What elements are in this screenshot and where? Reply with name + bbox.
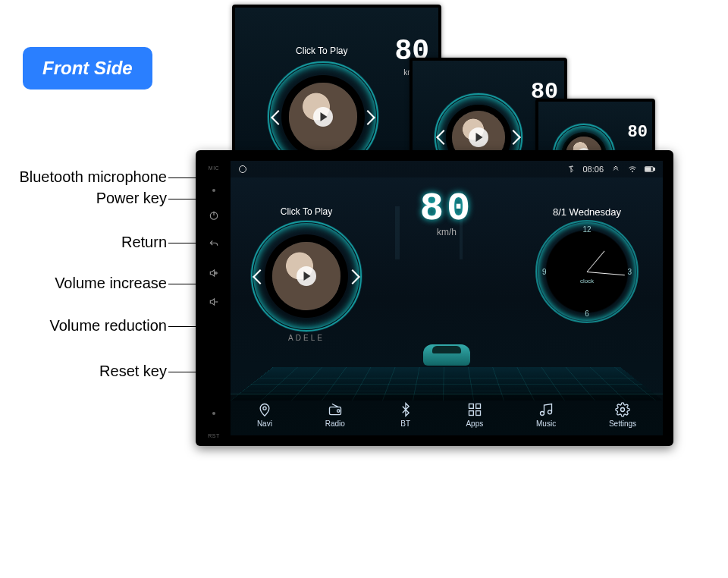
- nav-music[interactable]: Music: [536, 402, 556, 428]
- hour-hand: [587, 251, 605, 272]
- svg-point-6: [632, 171, 633, 172]
- touchscreen[interactable]: 08:06 80 km/h Click To Play ADELE 8: [231, 161, 663, 435]
- app-dock: Navi Radio BT Apps Music Settings: [231, 394, 663, 435]
- minute-hand: [587, 272, 625, 275]
- wifi-icon: [628, 165, 637, 174]
- svg-point-19: [548, 410, 552, 414]
- previous-icon[interactable]: [253, 269, 268, 284]
- svg-point-20: [621, 408, 625, 412]
- album-ring: [252, 221, 361, 331]
- svg-rect-14: [469, 404, 473, 409]
- svg-point-18: [541, 412, 544, 416]
- next-icon[interactable]: [360, 110, 375, 125]
- nav-navi[interactable]: Navi: [257, 402, 272, 428]
- speed-value: 80: [420, 187, 473, 231]
- clock-6: 6: [585, 309, 589, 318]
- previous-icon[interactable]: [436, 130, 451, 145]
- status-time: 08:06: [582, 165, 604, 174]
- nav-label: Navi: [257, 419, 272, 428]
- analog-clock: 12 3 6 9 clock: [538, 222, 636, 321]
- mic-label: MIC: [209, 165, 219, 171]
- power-button[interactable]: [208, 210, 220, 221]
- play-icon[interactable]: [297, 266, 316, 286]
- front-side-badge: Front Side: [23, 47, 152, 90]
- nav-label: Settings: [609, 419, 636, 428]
- map-pin-icon: [257, 402, 272, 417]
- chevron-up-icon: [611, 165, 620, 174]
- svg-rect-15: [475, 404, 480, 409]
- volume-down-button[interactable]: [208, 297, 220, 307]
- clock-12: 12: [582, 225, 591, 234]
- apps-grid-icon: [467, 402, 482, 417]
- svg-rect-8: [654, 168, 655, 170]
- reset-hole[interactable]: [212, 412, 215, 415]
- label-bluetooth-mic: Bluetooth microphone: [19, 168, 167, 186]
- return-button[interactable]: [208, 239, 220, 250]
- svg-rect-17: [475, 411, 480, 416]
- clock-center-label: clock: [580, 278, 594, 284]
- label-return: Return: [121, 234, 167, 251]
- radio-icon: [328, 402, 343, 417]
- album-artist: ADELE: [246, 334, 367, 342]
- click-to-play-label: Click To Play: [246, 206, 367, 217]
- svg-rect-16: [469, 411, 473, 416]
- label-reset-key: Reset key: [99, 363, 167, 380]
- microphone-hole: [212, 189, 215, 192]
- nav-apps[interactable]: Apps: [466, 402, 483, 428]
- car-graphic: [420, 340, 473, 366]
- label-volume-increase: Volume increase: [55, 275, 167, 292]
- label-power-key: Power key: [96, 190, 167, 207]
- play-icon[interactable]: [469, 127, 488, 147]
- nav-settings[interactable]: Settings: [609, 402, 636, 428]
- volume-down-icon: [209, 297, 219, 307]
- battery-icon: [645, 165, 655, 173]
- clock-widget[interactable]: 8/1 Wednesday 12 3 6 9 clock: [526, 206, 648, 321]
- svg-point-10: [263, 407, 266, 410]
- play-icon[interactable]: [313, 107, 333, 127]
- svg-rect-9: [646, 168, 651, 171]
- svg-point-13: [337, 410, 339, 412]
- label-volume-reduction: Volume reduction: [49, 317, 167, 335]
- speed-value: 80: [628, 123, 648, 142]
- previous-icon[interactable]: [271, 110, 286, 125]
- car-head-unit: MIC RST 08:06: [196, 150, 673, 446]
- svg-point-5: [240, 166, 246, 173]
- speedometer: 80 km/h: [420, 187, 473, 237]
- volume-up-button[interactable]: [208, 268, 220, 278]
- bluetooth-icon: [398, 402, 413, 417]
- android-status-bar: 08:06: [231, 161, 663, 177]
- power-icon: [209, 210, 219, 221]
- nav-label: Radio: [325, 419, 345, 428]
- next-icon[interactable]: [345, 269, 360, 284]
- hardware-button-strip: MIC RST: [202, 158, 226, 438]
- circle-icon[interactable]: [238, 165, 247, 174]
- nav-radio[interactable]: Radio: [325, 402, 345, 428]
- music-widget[interactable]: Click To Play ADELE: [246, 206, 367, 342]
- gear-icon: [615, 402, 630, 417]
- bluetooth-icon: [567, 165, 575, 173]
- date-label: 8/1 Wednesday: [526, 206, 648, 218]
- click-to-play-label: Click To Play: [296, 46, 347, 56]
- return-icon: [209, 239, 219, 250]
- rst-label: RST: [208, 433, 220, 438]
- music-note-icon: [538, 402, 554, 417]
- next-icon[interactable]: [506, 130, 521, 145]
- clock-3: 3: [627, 268, 632, 276]
- nav-label: BT: [400, 419, 410, 428]
- volume-up-icon: [209, 268, 219, 278]
- nav-label: Music: [536, 419, 556, 428]
- nav-bluetooth[interactable]: BT: [398, 402, 413, 428]
- nav-label: Apps: [466, 419, 483, 428]
- clock-9: 9: [542, 268, 547, 276]
